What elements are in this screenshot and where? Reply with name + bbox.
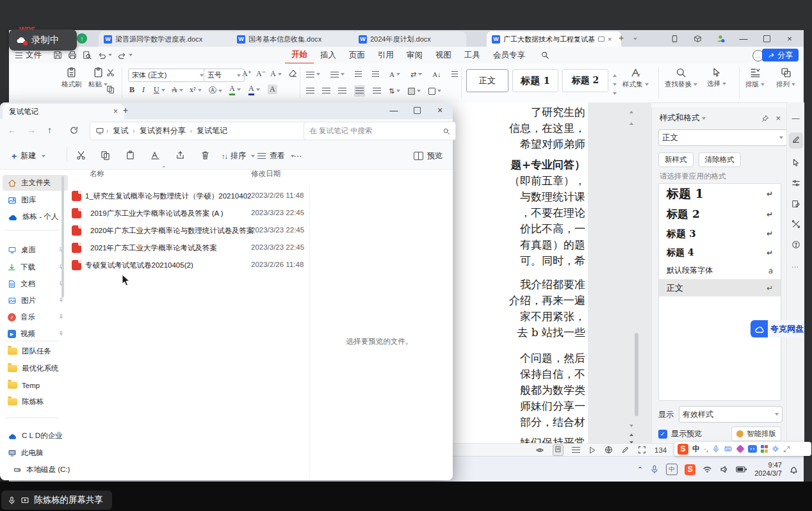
doc-tab-active[interactable]: W 广工大数据技术与工程复试基 × (487, 31, 621, 47)
char-shading-icon[interactable]: A (268, 85, 277, 94)
pin-panel-icon[interactable] (761, 115, 769, 122)
edit-pencil-icon[interactable] (789, 133, 803, 149)
style-item-heading1[interactable]: 标题 1↵ (659, 184, 781, 204)
close-icon[interactable]: × (428, 103, 451, 117)
doc-tab[interactable]: W 2024年度计划.docx (353, 31, 466, 47)
shading-icon[interactable] (408, 88, 421, 95)
align-justify-icon[interactable] (354, 85, 365, 97)
sidebar-item-folder-optimization[interactable]: 最优化系统 (3, 361, 68, 377)
style-item-heading3[interactable]: 标题 3↵ (659, 224, 781, 243)
print-preview-icon[interactable] (83, 51, 92, 60)
ime-settings-icon[interactable] (772, 445, 779, 453)
scroll-down-icon[interactable] (628, 420, 633, 429)
share-button[interactable]: 分享 (762, 49, 799, 61)
ime-skin-icon[interactable] (736, 444, 745, 453)
decrease-indent-icon[interactable] (355, 70, 362, 79)
shrink-font-icon[interactable]: A⁻ (256, 69, 266, 79)
help-icon[interactable] (792, 240, 800, 251)
line-spacing-icon[interactable]: ⇅ (389, 87, 400, 95)
show-preview-checkbox[interactable]: ✓显示预览 (658, 428, 702, 439)
explorer-tab[interactable]: 复试笔记 × (3, 104, 124, 119)
ime-ai-icon[interactable] (748, 445, 757, 453)
cut-icon[interactable] (106, 69, 115, 79)
clock[interactable]: 9:47 2024/3/7 (754, 461, 782, 478)
sidebar-item-folder-chenliandong[interactable]: 陈炼栋 (3, 394, 68, 410)
doc-proof-icon[interactable] (792, 199, 800, 210)
ribbon-tab-member[interactable]: 会员专享 (487, 47, 532, 63)
underline-icon[interactable]: U (154, 85, 165, 95)
collapse-panel-icon[interactable]: — (792, 114, 800, 123)
notification-bell-icon[interactable] (789, 465, 799, 474)
grow-font-icon[interactable]: A⁺ (242, 69, 252, 79)
tab-readmode-icon[interactable] (598, 36, 605, 42)
preview-toggle-button[interactable]: 预览 (410, 148, 446, 164)
show-marks-icon[interactable] (451, 70, 458, 79)
ink-pen-icon[interactable] (621, 446, 629, 454)
typeset-button[interactable]: 排版 (745, 67, 765, 89)
numbered-list-icon[interactable] (330, 72, 345, 77)
sidebar-item-onedrive-business[interactable]: C L D的企业 (3, 428, 68, 444)
outline-view-icon[interactable] (572, 446, 580, 455)
copy-icon[interactable] (101, 150, 110, 162)
doc-tab[interactable]: W 梁晋源同学数学进度表.docx (99, 31, 236, 47)
ime-mode-icon[interactable]: 中 (666, 464, 678, 475)
style-gallery-normal[interactable]: 正文 (466, 69, 508, 92)
wifi-icon[interactable] (702, 465, 712, 474)
sidebar-item-documents[interactable]: 文档 (3, 276, 68, 292)
align-distribute-icon[interactable] (373, 86, 381, 95)
breadcrumb[interactable]: › 复试 › 复试资料分享 › 复试笔记 (90, 122, 310, 140)
breadcrumb-item[interactable]: 复试 (110, 126, 131, 136)
align-left-icon[interactable] (306, 86, 314, 95)
text-direction-icon[interactable]: ⇄ (410, 70, 422, 79)
ime-expand-icon[interactable] (783, 446, 790, 453)
sidebar-item-home[interactable]: 主文件夹 (3, 175, 68, 191)
sogou-tray-icon[interactable]: S (685, 464, 695, 475)
more-options-button[interactable]: … (293, 149, 303, 159)
highlight-color-icon[interactable]: A (229, 84, 241, 95)
ime-mic-icon[interactable] (712, 445, 720, 453)
sort-icon[interactable]: A↓ (432, 70, 441, 78)
refresh-icon[interactable] (69, 126, 79, 135)
style-set-button[interactable]: 样式集 (622, 67, 649, 89)
increase-indent-icon[interactable] (372, 70, 379, 79)
page-view-icon[interactable] (553, 444, 564, 456)
more-icons[interactable]: … (792, 261, 800, 270)
style-item-default-font[interactable]: 默认段落字体a (659, 262, 781, 279)
sidebar-item-pictures[interactable]: 图片 (3, 293, 68, 309)
minimize-icon[interactable]: — (732, 31, 755, 45)
breadcrumb-item[interactable]: 复试资料分享 (137, 126, 188, 136)
sidebar-item-gallery[interactable]: 图库 (3, 192, 68, 208)
delete-icon[interactable] (200, 150, 210, 162)
ribbon-tab-insert[interactable]: 插入 (314, 47, 343, 63)
style-gallery-heading1[interactable]: 标题 1 (512, 69, 558, 92)
select-cursor-icon[interactable] (792, 158, 800, 169)
font-name-select[interactable]: 宋体 (正文) (128, 69, 207, 82)
bold-icon[interactable]: B (129, 85, 134, 95)
font-size-select[interactable]: 五号 (204, 69, 245, 82)
clear-format-button[interactable]: 清除格式 (699, 152, 741, 167)
next-page-icon[interactable] (628, 437, 633, 443)
sidebar-scrollbar[interactable] (61, 176, 64, 298)
zoom-value[interactable]: 134 (654, 446, 667, 454)
ribbon-tab-home[interactable]: 开始 (285, 46, 314, 64)
maximize-icon[interactable] (405, 103, 428, 117)
current-style-select[interactable]: 正文 (658, 129, 787, 146)
column-header-date[interactable]: 修改日期 (251, 169, 280, 179)
ime-toolbox-icon[interactable] (761, 445, 768, 453)
print-icon[interactable] (68, 51, 77, 60)
sidebar-item-local-disk-c[interactable]: 本地磁盘 (C:) (3, 462, 73, 478)
column-header-name[interactable]: 名称 (90, 169, 104, 179)
save-icon[interactable] (53, 51, 62, 60)
paste-icon[interactable] (126, 150, 135, 162)
mobile-view-icon[interactable] (663, 31, 686, 45)
new-tab-button[interactable]: + (123, 105, 128, 115)
restore-icon[interactable] (755, 31, 778, 45)
strikethrough-icon[interactable]: A (172, 85, 183, 95)
paste-button[interactable]: 粘贴 (88, 67, 108, 89)
text-effects-icon[interactable]: A (270, 69, 282, 79)
web-layout-icon[interactable] (605, 446, 613, 454)
sidebar-item-folder-team-tasks[interactable]: 团队任务 (3, 343, 68, 359)
ribbon-tab-tools[interactable]: 工具 (458, 47, 487, 63)
sidebar-item-desktop[interactable]: 桌面 (3, 242, 68, 258)
tab-close-icon[interactable]: × (608, 35, 612, 43)
